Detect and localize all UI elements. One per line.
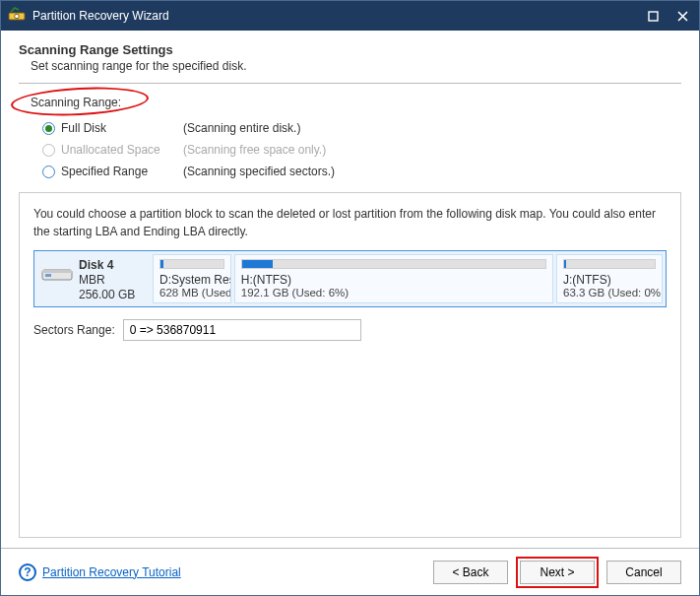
partition-block[interactable]: J:(NTFS)63.3 GB (Used: 0% xyxy=(556,254,663,303)
svg-rect-5 xyxy=(45,274,51,277)
radio-full-disk[interactable] xyxy=(42,122,55,135)
panel-instructions: You could choose a partition block to sc… xyxy=(33,205,667,240)
radio-unallocated xyxy=(42,144,55,157)
help-icon: ? xyxy=(19,563,36,581)
partition-label: J:(NTFS) xyxy=(563,273,656,287)
divider xyxy=(19,83,681,84)
radio-group: Full Disk (Scanning entire disk.) Unallo… xyxy=(42,117,681,182)
section-label-wrap: Scanning Range: xyxy=(31,96,681,109)
back-button[interactable]: < Back xyxy=(433,561,508,584)
radio-specified-range-desc: (Scanning specified sectors.) xyxy=(183,165,335,178)
scanning-range-label: Scanning Range: xyxy=(31,96,121,109)
close-button[interactable] xyxy=(671,5,693,27)
footer: ? Partition Recovery Tutorial < Back Nex… xyxy=(1,548,699,595)
radio-specified-range-label[interactable]: Specified Range xyxy=(61,165,177,178)
maximize-button[interactable] xyxy=(642,5,664,27)
window-controls xyxy=(642,5,693,27)
window-title: Partition Recovery Wizard xyxy=(32,9,169,23)
partition-sub: 628 MB (Used xyxy=(159,287,224,298)
cancel-button[interactable]: Cancel xyxy=(606,561,681,584)
radio-unallocated-desc: (Scanning free space only.) xyxy=(183,143,326,157)
radio-unallocated-label: Unallocated Space xyxy=(61,143,177,157)
page-subheading: Set scanning range for the specified dis… xyxy=(31,59,681,73)
page-heading: Scanning Range Settings xyxy=(19,42,681,57)
annotation-next-highlight: Next > xyxy=(516,557,599,588)
partition-sub: 63.3 GB (Used: 0% xyxy=(563,287,656,298)
partition-label: H:(NTFS) xyxy=(241,273,546,287)
disk-size: 256.00 GB xyxy=(79,288,135,302)
partition-label: D:System Res xyxy=(159,273,224,287)
hard-drive-icon xyxy=(41,264,73,286)
disk-map: Disk 4 MBR 256.00 GB D:System Res628 MB … xyxy=(33,250,667,307)
tutorial-link[interactable]: Partition Recovery Tutorial xyxy=(42,565,181,579)
radio-full-disk-label[interactable]: Full Disk xyxy=(61,121,177,135)
disk-name: Disk 4 xyxy=(79,258,135,273)
partitions: D:System Res628 MB (UsedH:(NTFS)192.1 GB… xyxy=(153,254,663,303)
next-button[interactable]: Next > xyxy=(520,561,595,584)
sectors-range-input[interactable] xyxy=(123,319,361,341)
disk-scheme: MBR xyxy=(79,273,135,288)
app-icon xyxy=(7,6,27,26)
content-area: Scanning Range Settings Set scanning ran… xyxy=(1,31,699,548)
titlebar: Partition Recovery Wizard xyxy=(1,1,699,31)
partition-sub: 192.1 GB (Used: 6%) xyxy=(241,287,546,298)
svg-point-1 xyxy=(15,14,20,19)
svg-rect-2 xyxy=(649,12,658,21)
sectors-range-label: Sectors Range: xyxy=(33,323,115,337)
radio-specified-range[interactable] xyxy=(42,166,55,178)
disk-info: Disk 4 MBR 256.00 GB xyxy=(37,254,150,303)
radio-full-disk-desc: (Scanning entire disk.) xyxy=(183,121,300,135)
disk-map-panel: You could choose a partition block to sc… xyxy=(19,192,681,538)
partition-block[interactable]: H:(NTFS)192.1 GB (Used: 6%) xyxy=(234,254,553,303)
partition-block[interactable]: D:System Res628 MB (Used xyxy=(153,254,231,303)
svg-rect-4 xyxy=(42,270,72,273)
